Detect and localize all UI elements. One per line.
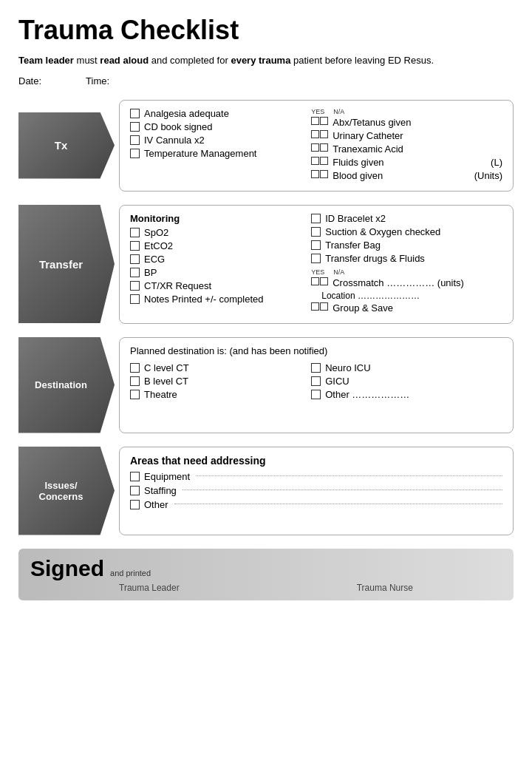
transfer-suction: Suction & Oxygen checked bbox=[311, 226, 502, 237]
transfer-cb-ecg[interactable] bbox=[130, 254, 140, 264]
tx-item-4: Temperature Management bbox=[130, 148, 304, 159]
transfer-na-cm[interactable] bbox=[320, 277, 328, 285]
tx-na-1[interactable] bbox=[320, 117, 328, 125]
transfer-yes-na-header: YES N/A bbox=[311, 268, 502, 276]
transfer-spo2: SpO2 bbox=[130, 227, 304, 238]
transfer-cb-suction[interactable] bbox=[311, 227, 321, 237]
tx-checkbox-2[interactable] bbox=[130, 122, 140, 132]
destination-label: Destination bbox=[35, 379, 87, 390]
tx-yes-na-header: YES N/A bbox=[311, 108, 502, 115]
transfer-yes-gs[interactable] bbox=[311, 302, 319, 311]
trauma-nurse-label: Trauma Nurse bbox=[357, 583, 413, 593]
transfer-cb-drugs[interactable] bbox=[311, 254, 321, 263]
issue-cb-other[interactable] bbox=[130, 500, 140, 509]
tx-yes-4[interactable] bbox=[311, 157, 319, 165]
transfer-location: Location ………………… bbox=[321, 291, 502, 301]
transfer-bag: Transfer Bag bbox=[311, 240, 502, 251]
transfer-group-save: Group & Save bbox=[311, 302, 502, 314]
issues-content: Areas that need addressing Equipment Sta… bbox=[119, 447, 514, 535]
tx-item-3: IV Cannula x2 bbox=[130, 135, 304, 146]
transfer-section: Transfer Monitoring SpO2 EtCO2 ECG bbox=[18, 205, 514, 324]
dest-cb-gicu[interactable] bbox=[311, 376, 321, 386]
destination-right-col: Neuro ICU GICU Other ……………… bbox=[311, 362, 502, 402]
tx-item-1: Analgesia adequate bbox=[130, 108, 304, 119]
transfer-cb-ctxr[interactable] bbox=[130, 281, 140, 291]
transfer-right-col: ID Bracelet x2 Suction & Oxygen checked … bbox=[311, 213, 502, 316]
group-save-label: Group & Save bbox=[332, 302, 393, 314]
staffing-dots bbox=[183, 489, 502, 490]
page-title: Trauma Checklist bbox=[18, 15, 514, 46]
transfer-cb-etco2[interactable] bbox=[130, 241, 140, 251]
intro-team-leader: Team leader bbox=[18, 55, 74, 66]
tx-right-item-5: Blood given (Units) bbox=[311, 170, 502, 181]
transfer-ctxr: CT/XR Request bbox=[130, 280, 304, 291]
issue-staffing: Staffing bbox=[130, 485, 502, 496]
destination-left-col: C level CT B level CT Theatre bbox=[130, 362, 304, 402]
tx-na-4[interactable] bbox=[320, 157, 328, 165]
tx-item-2: CD book signed bbox=[130, 121, 304, 132]
tx-section: Tx Analgesia adequate CD book signed IV … bbox=[18, 100, 514, 192]
trauma-leader-label: Trauma Leader bbox=[119, 583, 180, 593]
signed-names: Trauma Leader Trauma Nurse bbox=[30, 583, 502, 593]
date-time-row: Date: Time: bbox=[18, 75, 514, 87]
dest-neuro-icu: Neuro ICU bbox=[311, 362, 502, 373]
tx-checkbox-4[interactable] bbox=[130, 149, 140, 158]
dest-cb-theatre[interactable] bbox=[130, 390, 140, 399]
issue-cb-staffing[interactable] bbox=[130, 486, 140, 495]
date-label: Date: bbox=[18, 75, 41, 87]
dest-cb-other[interactable] bbox=[311, 390, 321, 399]
transfer-notes: Notes Printed +/- completed bbox=[130, 294, 304, 305]
tx-right-col: YES N/A Abx/Tetanus given Urinary Cath bbox=[311, 108, 502, 183]
equipment-dots bbox=[196, 475, 502, 476]
tx-arrow-shape: Tx bbox=[18, 112, 115, 179]
planned-destination-text: Planned destination is: (and has been no… bbox=[130, 345, 502, 356]
destination-arrow: Destination bbox=[18, 337, 115, 433]
transfer-label: Transfer bbox=[39, 258, 83, 271]
transfer-cb-bp[interactable] bbox=[130, 268, 140, 277]
intro-every-trauma: every trauma bbox=[231, 55, 290, 66]
intro-text: Team leader must read aloud and complete… bbox=[18, 53, 514, 68]
monitoring-label: Monitoring bbox=[130, 213, 304, 224]
tx-right-item-3: Tranexamic Acid bbox=[311, 143, 502, 155]
issue-equipment: Equipment bbox=[130, 471, 502, 482]
dest-other: Other ……………… bbox=[311, 389, 502, 400]
tx-na-5[interactable] bbox=[320, 170, 328, 178]
dest-cb-clevel[interactable] bbox=[130, 363, 140, 373]
transfer-drugs: Transfer drugs & Fluids bbox=[311, 253, 502, 264]
transfer-bp: BP bbox=[130, 267, 304, 278]
tx-checkbox-1[interactable] bbox=[130, 109, 140, 118]
tx-left-col: Analgesia adequate CD book signed IV Can… bbox=[130, 108, 304, 183]
time-label: Time: bbox=[86, 75, 109, 87]
other-dots bbox=[174, 504, 502, 504]
issues-label: Issues/ Concerns bbox=[39, 480, 83, 502]
dest-theatre: Theatre bbox=[130, 389, 304, 400]
transfer-na-gs[interactable] bbox=[320, 302, 328, 311]
transfer-cb-notes[interactable] bbox=[130, 294, 140, 304]
dest-cb-neuro[interactable] bbox=[311, 363, 321, 373]
transfer-etco2: EtCO2 bbox=[130, 240, 304, 251]
signed-section: Signed and printed Trauma Leader Trauma … bbox=[18, 549, 514, 600]
tx-yes-5[interactable] bbox=[311, 170, 319, 178]
dest-cb-blevel[interactable] bbox=[130, 376, 140, 386]
tx-yes-1[interactable] bbox=[311, 117, 319, 125]
issue-other: Other bbox=[130, 499, 502, 510]
transfer-cb-spo2[interactable] bbox=[130, 228, 140, 237]
transfer-yes-na-area: YES N/A Crossmatch …………… (units) Locatio… bbox=[311, 268, 502, 314]
transfer-crossmatch: Crossmatch …………… (units) bbox=[311, 277, 502, 288]
transfer-yes-cm[interactable] bbox=[311, 277, 319, 285]
issue-cb-equipment[interactable] bbox=[130, 472, 140, 481]
destination-section: Destination Planned destination is: (and… bbox=[18, 337, 514, 433]
dest-gicu: GICU bbox=[311, 376, 502, 387]
intro-read-aloud: read aloud bbox=[100, 55, 149, 66]
tx-yes-2[interactable] bbox=[311, 130, 319, 138]
transfer-content: Monitoring SpO2 EtCO2 ECG BP bbox=[119, 205, 514, 324]
transfer-cb-id[interactable] bbox=[311, 214, 321, 223]
transfer-left-col: Monitoring SpO2 EtCO2 ECG BP bbox=[130, 213, 304, 316]
tx-na-3[interactable] bbox=[320, 143, 328, 152]
tx-right-item-2: Urinary Catheter bbox=[311, 130, 502, 141]
transfer-cb-bag[interactable] bbox=[311, 240, 321, 250]
transfer-id-bracelet: ID Bracelet x2 bbox=[311, 213, 502, 224]
tx-checkbox-3[interactable] bbox=[130, 135, 140, 145]
tx-na-2[interactable] bbox=[320, 130, 328, 138]
tx-yes-3[interactable] bbox=[311, 143, 319, 152]
